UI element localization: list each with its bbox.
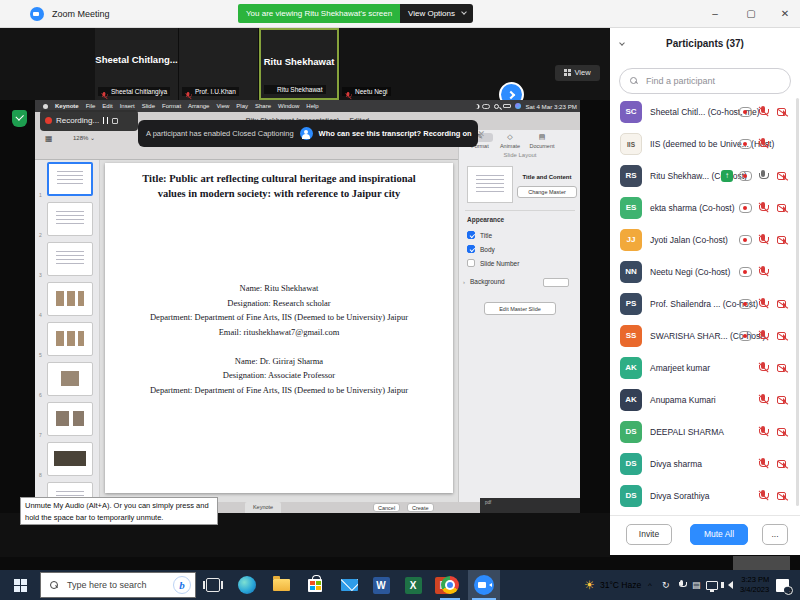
participant-row[interactable]: DS Divya sharma ↑: [610, 448, 796, 480]
update-tray-icon[interactable]: ↻: [662, 570, 670, 600]
mac-menu-item[interactable]: Slide: [142, 103, 155, 109]
video-tile[interactable]: Neetu Negi Neetu Negi: [339, 28, 340, 100]
appearance-checkbox-row[interactable]: Title: [467, 228, 519, 242]
mic-status-icon[interactable]: [754, 423, 772, 441]
mic-status-icon[interactable]: [754, 391, 772, 409]
zoom-taskbar-icon[interactable]: [468, 570, 500, 600]
camera-off-icon[interactable]: [777, 236, 786, 244]
participant-row[interactable]: RS Ritu Shekhaw... (Co-host) ↑: [610, 160, 796, 192]
ime-tray-icon[interactable]: ▤: [692, 570, 701, 600]
slide-thumbnail[interactable]: [47, 202, 93, 236]
create-button[interactable]: Create: [407, 503, 434, 512]
checkbox[interactable]: [467, 245, 475, 253]
weather-text[interactable]: 31°C Haze: [600, 570, 641, 600]
participant-row[interactable]: SC Sheetal Chitl... (Co-host, me) ↑: [610, 96, 796, 128]
participant-row[interactable]: SS SWARISHA SHAR... (Co-host) ↑: [610, 320, 796, 352]
word-taskbar-icon[interactable]: W: [366, 570, 396, 600]
zoom-level-dropdown[interactable]: 128% ⌄: [73, 134, 95, 141]
participant-row[interactable]: PS Prof. Shailendra ... (Co-host) ↑: [610, 288, 796, 320]
slide-thumbnail-row[interactable]: 8: [35, 440, 99, 480]
camera-off-icon[interactable]: [777, 172, 786, 180]
participant-row[interactable]: IIS IIS (deemed to be Unive... (Host) ↑: [610, 128, 796, 160]
slide-thumbnail[interactable]: [47, 162, 93, 196]
participant-row[interactable]: DS DEEPALI SHARMA ↑: [610, 416, 796, 448]
mac-menu-item[interactable]: File: [86, 103, 96, 109]
camera-off-icon[interactable]: [777, 204, 786, 212]
mac-menu-item[interactable]: Keynote: [55, 103, 79, 109]
panel-scrollbar[interactable]: [796, 98, 799, 506]
mac-menu-item[interactable]: Edit: [102, 103, 112, 109]
slide-thumbnail-row[interactable]: 3: [35, 240, 99, 280]
microphone-tray-icon[interactable]: [678, 570, 686, 600]
view-options-button[interactable]: View Options: [400, 4, 473, 23]
camera-off-icon[interactable]: [777, 332, 786, 340]
mac-clock[interactable]: Sat 4 Mar 3:23 PM: [525, 103, 577, 110]
appearance-checkbox-row[interactable]: Body: [467, 242, 519, 256]
slide-thumbnail-row[interactable]: 7: [35, 400, 99, 440]
task-view-button[interactable]: [198, 570, 228, 600]
checkbox[interactable]: [467, 259, 475, 267]
chrome-taskbar-icon[interactable]: [435, 570, 465, 600]
slide-thumbnail[interactable]: [47, 402, 93, 436]
network-tray-icon[interactable]: [706, 570, 718, 600]
find-participant-input[interactable]: Find a participant: [619, 68, 791, 94]
invite-button[interactable]: Invite: [626, 524, 672, 545]
meeting-security-shield-icon[interactable]: [12, 110, 27, 127]
slide-thumbnail-row[interactable]: 5: [35, 320, 99, 360]
change-master-button[interactable]: Change Master: [517, 186, 577, 198]
slide-thumbnail-row[interactable]: 1: [35, 160, 99, 200]
file-explorer-taskbar-icon[interactable]: [266, 570, 296, 600]
slide-thumbnail-row[interactable]: 6: [35, 360, 99, 400]
slide-thumbnail[interactable]: [47, 442, 93, 476]
mic-status-icon[interactable]: [754, 295, 772, 313]
tab-animate[interactable]: ◇Animate: [497, 133, 523, 149]
spotlight-icon[interactable]: [494, 104, 499, 109]
mic-status-icon[interactable]: [754, 199, 772, 217]
mic-status-icon[interactable]: [754, 263, 772, 281]
slide-thumbnail[interactable]: [47, 322, 93, 356]
camera-off-icon[interactable]: [777, 108, 786, 116]
mac-menu-item[interactable]: Help: [306, 103, 318, 109]
do-not-disturb-icon[interactable]: [473, 104, 478, 109]
mac-menu-item[interactable]: Arrange: [188, 103, 209, 109]
slide-thumbnail[interactable]: [47, 242, 93, 276]
disclosure-icon[interactable]: ›: [463, 279, 465, 285]
minimize-button[interactable]: –: [700, 0, 730, 28]
background-row[interactable]: › Background: [463, 278, 577, 285]
start-button[interactable]: [0, 570, 40, 600]
mute-all-button[interactable]: Mute All: [690, 524, 748, 545]
video-tile[interactable]: Sheetal Chitlang... Sheetal Chitlangiya: [95, 28, 179, 100]
mac-menu-item[interactable]: Format: [162, 103, 181, 109]
close-icon[interactable]: ✕: [478, 129, 486, 139]
slide-thumbnail-row[interactable]: 2: [35, 200, 99, 240]
slide-thumbnail[interactable]: [47, 362, 93, 396]
participant-row[interactable]: DS Divya Sorathiya ↑: [610, 480, 796, 512]
gallery-view-button[interactable]: View: [555, 65, 600, 81]
mic-status-icon[interactable]: [754, 327, 772, 345]
video-tile[interactable]: Ritu Shekhawat Ritu Shekhawat: [259, 28, 339, 100]
mic-status-icon[interactable]: [754, 487, 772, 505]
close-button[interactable]: ✕: [770, 0, 800, 28]
mic-status-icon[interactable]: [754, 167, 772, 185]
mac-menu-item[interactable]: Play: [236, 103, 248, 109]
camera-off-icon[interactable]: [777, 428, 786, 436]
bing-icon[interactable]: b: [173, 576, 191, 594]
video-tile[interactable]: Prof. I.U.Khan: [179, 28, 259, 100]
mail-taskbar-icon[interactable]: [334, 570, 364, 600]
tab-document[interactable]: ▤Document: [529, 133, 555, 149]
mic-status-icon[interactable]: [754, 359, 772, 377]
mac-menu-item[interactable]: Insert: [120, 103, 135, 109]
mic-status-icon[interactable]: [754, 455, 772, 473]
taskbar-search-input[interactable]: Type here to search b: [40, 572, 196, 598]
mac-menu-item[interactable]: View: [216, 103, 229, 109]
participant-row[interactable]: AK Anupama Kumari ↑: [610, 384, 796, 416]
volume-tray-icon[interactable]: [724, 570, 733, 600]
excel-taskbar-icon[interactable]: X: [398, 570, 428, 600]
control-center-icon[interactable]: [482, 104, 490, 109]
camera-off-icon[interactable]: [777, 364, 786, 372]
weather-widget[interactable]: ☀: [584, 570, 595, 600]
transcript-link[interactable]: Who can see this transcript? Recording o…: [319, 129, 472, 138]
view-panels-icon[interactable]: ▦: [45, 134, 53, 143]
microsoft-store-taskbar-icon[interactable]: [300, 570, 330, 600]
panel-more-button[interactable]: ...: [762, 524, 788, 545]
